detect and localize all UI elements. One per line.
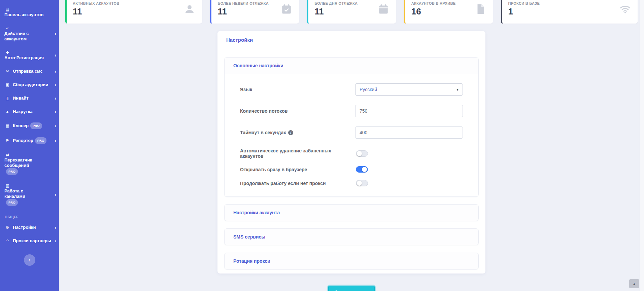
person-icon [184, 3, 195, 15]
sidebar-item-label: Авто-Регистрация [4, 55, 44, 61]
group-icon: ◫ [4, 96, 10, 101]
continue-without-proxy-label: Продолжать работу если нет прокси [240, 181, 356, 186]
sidebar-item-label: Накрутка [13, 109, 32, 114]
pro-badge: PRO [35, 137, 47, 144]
threads-row: Количество потоков [240, 105, 463, 117]
open-in-browser-toggle[interactable] [356, 166, 368, 173]
stat-label: ПРОКСИ В БАЗЕ [508, 1, 540, 5]
sidebar-item[interactable]: ▲Накрутка› [0, 105, 59, 118]
stat-value: 1 [508, 6, 540, 17]
stat-label: БОЛЕЕ НЕДЕЛИ ОТЛЕЖКА [217, 1, 268, 5]
stat-label: БОЛЕЕ ДНЯ ОТЛЕЖКА [314, 1, 358, 5]
continue-without-proxy-row: Продолжать работу если нет прокси [240, 180, 463, 186]
auto-delete-banned-label: Автоматическое удаление забаненных аккау… [240, 148, 356, 159]
report-icon: ⚑ [4, 138, 10, 143]
users-icon: ▣ [4, 82, 10, 87]
clone-icon: ▦ [4, 123, 10, 129]
chevron-right-icon: › [55, 82, 56, 87]
sidebar-collapse-button[interactable]: ‹ [24, 254, 35, 266]
language-select-value: Русский [360, 87, 377, 92]
calendar-check-icon [281, 3, 292, 15]
settings-card-title: Настройки [217, 31, 485, 49]
chevron-right-icon: › [55, 69, 56, 74]
auto-delete-banned-row: Автоматическое удаление забаненных аккау… [240, 148, 463, 159]
sidebar-item[interactable]: ⚑РепортерPRO› [0, 133, 59, 148]
wifi-icon: ◠ [4, 238, 10, 244]
clipboard-icon: ▤ [4, 7, 10, 12]
sidebar-item[interactable]: ⚙Настройки› [0, 221, 59, 234]
accordion-proxy-rotation: Ротация прокси [224, 253, 479, 269]
chevron-right-icon: › [55, 96, 56, 101]
user-chart-icon: ▲ [4, 109, 10, 114]
save-button-wrap: ↻ Сохранить [65, 286, 638, 291]
accordion-sms-services-header[interactable]: SMS сервисы [225, 229, 478, 245]
stat-card: БОЛЕЕ НЕДЕЛИ ОТЛЕЖКА11 [210, 0, 299, 24]
sidebar-item[interactable]: ▦КлонерPRO› [0, 118, 59, 133]
sidebar-item-label: Панель аккаунтов [4, 12, 43, 17]
accordion-main-settings-body: Язык Русский ▾ Количество потоков [225, 74, 478, 196]
stat-card: БОЛЕЕ ДНЯ ОТЛЕЖКА11 [307, 0, 396, 24]
save-button[interactable]: ↻ Сохранить [328, 286, 375, 291]
accordion-main-settings: Основные настройки Язык Русский ▾ Количе… [224, 57, 479, 197]
sidebar-item-label: Прокси партнеры [13, 238, 51, 244]
sidebar-item[interactable]: ✚Авто-Регистрация› [0, 46, 59, 65]
sidebar-item[interactable]: ▣Сбор аудитории› [0, 78, 59, 92]
sidebar-item-label: Действие с аккаунтом [4, 31, 44, 42]
gear-icon: ⚙ [4, 225, 10, 230]
stat-value: 11 [73, 6, 120, 17]
sidebar-item[interactable]: ◫Инвайт› [0, 92, 59, 105]
file-icon [475, 3, 486, 15]
sidebar-item-label: Перехватчик сообщений [4, 157, 44, 168]
pro-badge: PRO [6, 168, 18, 175]
sidebar-item[interactable]: ◠Прокси партнеры› [0, 234, 59, 248]
pro-badge: PRO [6, 199, 18, 206]
sidebar-item[interactable]: ⇄Перехватчик сообщенийPRO [0, 148, 59, 179]
chevron-right-icon: › [55, 225, 56, 230]
accordion-main-settings-header[interactable]: Основные настройки [225, 58, 478, 74]
calendar-icon [378, 3, 389, 15]
sidebar-item[interactable]: ✉Отправка смс› [0, 65, 59, 78]
sidebar-item[interactable]: ▥Работа с каналамиPRO› [0, 179, 59, 210]
accordion-account-settings: Настройки аккаунта [224, 204, 479, 221]
auto-delete-banned-toggle[interactable] [356, 150, 368, 157]
threads-label: Количество потоков [240, 108, 355, 114]
accordion-proxy-rotation-header[interactable]: Ротация прокси [225, 253, 478, 269]
threads-input[interactable] [355, 105, 463, 117]
stat-label: АКТИВНЫХ АККАУНТОВ [73, 1, 120, 5]
accordion-account-settings-header[interactable]: Настройки аккаунта [225, 205, 478, 221]
sidebar-item[interactable]: ✓Действие с аккаунтом› [0, 22, 59, 46]
sidebar: ▤Панель аккаунтов✓Действие с аккаунтом›✚… [0, 0, 59, 291]
intercept-icon: ⇄ [4, 152, 10, 157]
info-icon[interactable]: i [288, 130, 293, 135]
timeout-input[interactable] [355, 126, 463, 139]
sidebar-item-label: Клонер [13, 123, 29, 129]
sidebar-section-label: ОБЩЕЕ [0, 210, 59, 221]
arrow-up-icon: ▲ [633, 282, 636, 286]
stat-label: АККАУНТОВ В АРХИВЕ [411, 1, 455, 5]
sidebar-item-label: Отправка смс [13, 69, 43, 74]
chevron-right-icon: › [55, 52, 56, 58]
main-content: АКТИВНЫХ АККАУНТОВ11БОЛЕЕ НЕДЕЛИ ОТЛЕЖКА… [59, 0, 644, 291]
stat-card: ПРОКСИ В БАЗЕ1 [501, 0, 638, 24]
stat-value: 11 [217, 6, 268, 17]
pro-badge: PRO [30, 122, 42, 129]
chevron-down-icon: ▾ [456, 87, 459, 92]
continue-without-proxy-toggle[interactable] [356, 180, 368, 186]
timeout-label-text: Таймаут в секундах [240, 130, 286, 135]
settings-card-body: Основные настройки Язык Русский ▾ Количе… [217, 49, 485, 274]
scrollbar[interactable] [640, 0, 644, 291]
stat-value: 16 [411, 6, 455, 17]
sidebar-item-label: Инвайт [13, 96, 29, 101]
scroll-to-top-button[interactable]: ▲ [629, 279, 639, 288]
chevron-right-icon: › [55, 31, 56, 36]
timeout-label: Таймаут в секундах i [240, 130, 355, 135]
settings-card: Настройки Основные настройки Язык Русски… [217, 31, 485, 274]
sidebar-item-label: Настройки [13, 225, 36, 230]
stat-card: АКТИВНЫХ АККАУНТОВ11 [65, 0, 202, 24]
sidebar-item[interactable]: ▤Панель аккаунтов [0, 3, 59, 22]
wifi-icon [619, 3, 631, 15]
sms-icon: ✉ [4, 69, 10, 74]
sidebar-item-label: Репортер [13, 138, 33, 143]
language-select[interactable]: Русский ▾ [355, 83, 463, 96]
chevron-right-icon: › [55, 109, 56, 114]
